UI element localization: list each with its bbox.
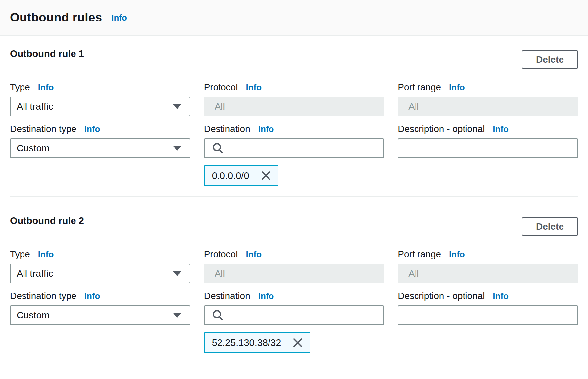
protocol-info-link[interactable]: Info bbox=[246, 249, 262, 260]
destination-token-value: 0.0.0.0/0 bbox=[212, 170, 249, 181]
description-info-link[interactable]: Info bbox=[493, 291, 509, 301]
chevron-down-icon bbox=[173, 104, 182, 110]
rule-1-destination-field: Destination Info 0.0.0.0/0 bbox=[204, 124, 384, 186]
port-range-label: Port range bbox=[398, 82, 441, 93]
destination-type-select[interactable]: Custom bbox=[10, 305, 190, 325]
outbound-rule-2-section: Outbound rule 2 Delete Type Info All tra… bbox=[10, 197, 578, 353]
protocol-input bbox=[204, 264, 384, 283]
destination-token: 0.0.0.0/0 bbox=[204, 165, 278, 186]
rule-2-type-field: Type Info All traffic bbox=[10, 249, 190, 283]
destination-info-link[interactable]: Info bbox=[258, 124, 274, 134]
type-info-link[interactable]: Info bbox=[38, 249, 54, 260]
destination-type-label: Destination type bbox=[10, 291, 76, 301]
search-icon bbox=[212, 309, 224, 321]
close-icon[interactable] bbox=[261, 170, 271, 181]
rule-1-destination-type-field: Destination type Info Custom bbox=[10, 124, 190, 158]
rule-2-destination-type-field: Destination type Info Custom bbox=[10, 291, 190, 325]
search-icon bbox=[212, 142, 224, 154]
destination-token-value: 52.25.130.38/32 bbox=[212, 337, 281, 348]
destination-search-box bbox=[204, 138, 384, 158]
panel-header: Outbound rules Info bbox=[0, 0, 588, 36]
destination-type-info-link[interactable]: Info bbox=[84, 124, 100, 134]
rule-2-port-range-field: Port range Info bbox=[398, 249, 578, 283]
destination-search-input[interactable] bbox=[226, 306, 379, 324]
type-label: Type bbox=[10, 249, 30, 260]
description-label: Description - optional bbox=[398, 124, 485, 134]
chevron-down-icon bbox=[173, 145, 182, 151]
page-title: Outbound rules bbox=[10, 11, 102, 24]
port-range-input bbox=[398, 97, 578, 116]
destination-label: Destination bbox=[204, 124, 250, 134]
destination-label: Destination bbox=[204, 291, 250, 301]
destination-type-select-value: Custom bbox=[17, 310, 50, 321]
type-select-value: All traffic bbox=[17, 101, 53, 112]
rule-2-destination-field: Destination Info 52.25.130.38/32 bbox=[204, 291, 384, 353]
type-select-value: All traffic bbox=[17, 268, 53, 279]
close-icon[interactable] bbox=[292, 337, 303, 348]
destination-type-label: Destination type bbox=[10, 124, 76, 134]
destination-type-select[interactable]: Custom bbox=[10, 138, 190, 158]
type-info-link[interactable]: Info bbox=[38, 82, 54, 93]
chevron-down-icon bbox=[173, 312, 182, 318]
destination-info-link[interactable]: Info bbox=[258, 291, 274, 301]
rule-2-fields-grid: Type Info All traffic Protocol Info bbox=[10, 249, 578, 353]
rule-1-type-field: Type Info All traffic bbox=[10, 82, 190, 116]
rule-2-description-field: Description - optional Info bbox=[398, 291, 578, 325]
rule-1-description-field: Description - optional Info bbox=[398, 124, 578, 158]
destination-type-select-value: Custom bbox=[17, 143, 50, 154]
description-input[interactable] bbox=[398, 138, 578, 158]
port-range-info-link[interactable]: Info bbox=[449, 82, 465, 93]
rule-1-fields-grid: Type Info All traffic Protocol Info bbox=[10, 82, 578, 186]
description-info-link[interactable]: Info bbox=[493, 124, 509, 134]
rule-2-head: Outbound rule 2 Delete bbox=[10, 213, 578, 236]
rules-body: Outbound rule 1 Delete Type Info All tra… bbox=[0, 36, 588, 353]
type-label: Type bbox=[10, 82, 30, 93]
description-input[interactable] bbox=[398, 305, 578, 325]
delete-rule-2-button[interactable]: Delete bbox=[522, 217, 578, 236]
destination-token: 52.25.130.38/32 bbox=[204, 332, 311, 353]
destination-type-info-link[interactable]: Info bbox=[84, 291, 100, 301]
protocol-label: Protocol bbox=[204, 82, 238, 93]
protocol-input bbox=[204, 97, 384, 116]
port-range-input bbox=[398, 264, 578, 283]
destination-search-input[interactable] bbox=[226, 139, 379, 157]
rule-2-protocol-field: Protocol Info bbox=[204, 249, 384, 283]
chevron-down-icon bbox=[173, 271, 182, 277]
rule-2-title: Outbound rule 2 bbox=[10, 213, 84, 226]
rule-1-title: Outbound rule 1 bbox=[10, 46, 84, 59]
port-range-label: Port range bbox=[398, 249, 441, 260]
protocol-info-link[interactable]: Info bbox=[246, 82, 262, 93]
port-range-info-link[interactable]: Info bbox=[449, 249, 465, 260]
outbound-rules-panel: Outbound rules Info Outbound rule 1 Dele… bbox=[0, 0, 588, 379]
type-select[interactable]: All traffic bbox=[10, 264, 190, 283]
type-select[interactable]: All traffic bbox=[10, 97, 190, 116]
protocol-label: Protocol bbox=[204, 249, 238, 260]
delete-rule-1-button[interactable]: Delete bbox=[522, 50, 578, 69]
outbound-rules-info-link[interactable]: Info bbox=[111, 13, 127, 23]
rule-1-head: Outbound rule 1 Delete bbox=[10, 46, 578, 69]
destination-search-box bbox=[204, 305, 384, 325]
outbound-rule-1-section: Outbound rule 1 Delete Type Info All tra… bbox=[10, 36, 578, 197]
rule-1-protocol-field: Protocol Info bbox=[204, 82, 384, 116]
description-label: Description - optional bbox=[398, 291, 485, 301]
rule-1-port-range-field: Port range Info bbox=[398, 82, 578, 116]
